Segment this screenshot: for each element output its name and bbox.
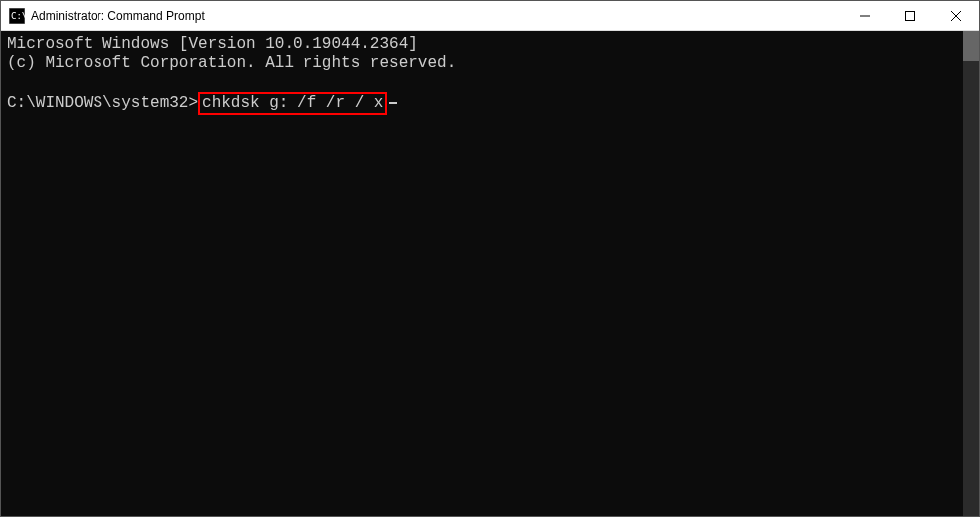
prompt-line: C:\WINDOWS\system32>chkdsk g: /f /r / x: [7, 92, 973, 115]
svg-rect-3: [906, 11, 915, 20]
command-highlight: chkdsk g: /f /r / x: [198, 92, 387, 115]
blank-line: [7, 73, 973, 91]
terminal-area[interactable]: Microsoft Windows [Version 10.0.19044.23…: [1, 31, 979, 516]
prompt-text: C:\WINDOWS\system32>: [7, 94, 198, 113]
cmd-icon: C:\: [9, 8, 25, 24]
copyright-line: (c) Microsoft Corporation. All rights re…: [7, 54, 973, 73]
window-controls: [842, 1, 979, 30]
version-line: Microsoft Windows [Version 10.0.19044.23…: [7, 35, 973, 54]
minimize-button[interactable]: [842, 1, 887, 30]
close-button[interactable]: [933, 1, 979, 30]
scrollbar[interactable]: [963, 31, 979, 516]
window-title: Administrator: Command Prompt: [31, 9, 842, 23]
titlebar[interactable]: C:\ Administrator: Command Prompt: [1, 1, 979, 31]
command-prompt-window: C:\ Administrator: Command Prompt Micros…: [0, 0, 980, 517]
cursor: [389, 102, 397, 104]
scrollbar-thumb[interactable]: [963, 31, 979, 61]
maximize-button[interactable]: [887, 1, 933, 30]
command-text: chkdsk g: /f /r / x: [202, 94, 383, 112]
svg-text:C:\: C:\: [11, 11, 25, 21]
